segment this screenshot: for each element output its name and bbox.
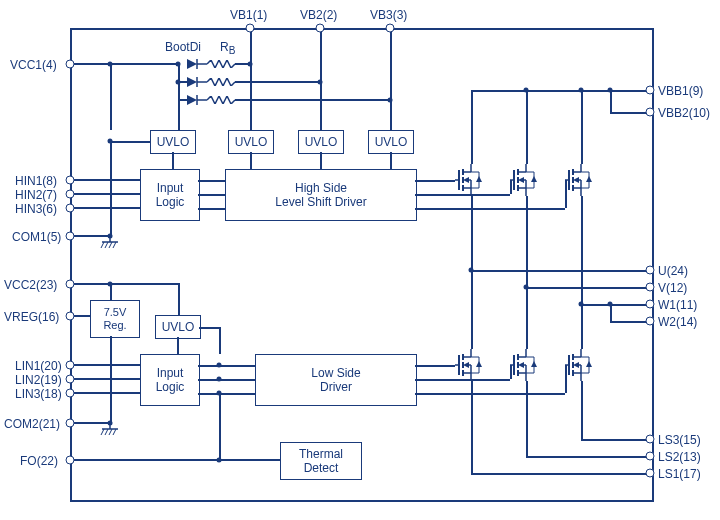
- input-logic-block: Input Logic: [140, 354, 200, 406]
- svg-marker-114: [586, 361, 592, 367]
- pin-u-label: U(24): [658, 264, 688, 278]
- rb-b: B: [229, 45, 236, 56]
- regulator-block: 7.5V Reg.: [90, 300, 140, 338]
- wire: [74, 179, 140, 181]
- svg-line-12: [105, 242, 108, 248]
- wire: [390, 32, 392, 130]
- wire: [74, 193, 140, 195]
- bootdi-label: BootDi: [165, 40, 201, 54]
- wire: [110, 63, 112, 130]
- wire: [581, 439, 646, 441]
- wire: [471, 270, 646, 272]
- wire: [198, 365, 255, 367]
- wire: [198, 393, 255, 395]
- pin-ls1-port: [646, 469, 655, 478]
- pin-vcc2-label: VCC2(23): [4, 278, 57, 292]
- wire: [526, 287, 528, 349]
- input-logic-block: Input Logic: [140, 169, 200, 221]
- wire: [415, 365, 455, 367]
- wire: [610, 90, 612, 112]
- diode-icon: [185, 94, 207, 106]
- svg-line-66: [105, 429, 108, 435]
- pin-vbb1-port: [646, 86, 655, 95]
- wire: [415, 180, 455, 182]
- wire: [471, 90, 473, 164]
- resistor-icon: [207, 78, 235, 86]
- node-dot: [524, 88, 529, 93]
- pin-hin2-label: HIN2(7): [15, 188, 57, 202]
- svg-marker-28: [476, 176, 482, 182]
- svg-line-68: [113, 429, 116, 435]
- pin-hin3-label: HIN3(6): [15, 202, 57, 216]
- wire: [581, 381, 583, 439]
- wire: [610, 321, 646, 323]
- wire: [178, 63, 180, 130]
- diode-icon: [185, 76, 207, 88]
- node-dot: [248, 62, 253, 67]
- svg-line-65: [101, 429, 104, 435]
- rb-r: R: [220, 40, 229, 54]
- svg-marker-3: [187, 77, 197, 87]
- wire: [219, 459, 280, 461]
- wire: [198, 180, 225, 182]
- mosfet-icon: [455, 164, 487, 196]
- wire: [471, 473, 646, 475]
- svg-marker-6: [187, 95, 197, 105]
- node-dot: [579, 88, 584, 93]
- wire: [74, 283, 110, 285]
- pin-com1-label: COM1(5): [12, 230, 61, 244]
- pin-w2-label: W2(14): [658, 315, 697, 329]
- node-dot: [108, 62, 113, 67]
- pin-ls2-label: LS2(13): [658, 450, 701, 464]
- wire: [415, 393, 565, 395]
- wire: [526, 196, 528, 287]
- pin-vbb2-port: [646, 108, 655, 117]
- node-dot: [388, 98, 393, 103]
- wire: [415, 208, 565, 210]
- wire: [390, 152, 392, 169]
- wire: [581, 304, 583, 349]
- wire: [526, 287, 646, 289]
- node-dot: [318, 80, 323, 85]
- pin-ls2-port: [646, 452, 655, 461]
- svg-line-13: [109, 242, 112, 248]
- wire: [581, 90, 583, 164]
- wire: [110, 283, 178, 285]
- wire: [250, 152, 252, 169]
- node-dot: [217, 377, 222, 382]
- wire: [471, 196, 473, 270]
- svg-marker-60: [586, 176, 592, 182]
- uvlo-block: UVLO: [298, 130, 344, 154]
- svg-marker-0: [187, 59, 197, 69]
- pin-v-label: V(12): [658, 281, 687, 295]
- wire: [320, 152, 322, 169]
- pin-vreg-label: VREG(16): [4, 310, 59, 324]
- node-dot: [608, 88, 613, 93]
- wire: [581, 304, 646, 306]
- pin-w1-label: W1(11): [658, 298, 697, 312]
- svg-marker-98: [531, 361, 537, 367]
- ground-icon: [100, 236, 120, 252]
- wire: [235, 81, 320, 83]
- wire: [74, 392, 140, 394]
- pin-ls1-label: LS1(17): [658, 467, 701, 481]
- uvlo-block: UVLO: [228, 130, 274, 154]
- svg-line-11: [101, 242, 104, 248]
- pin-lin3-label: LIN3(18): [15, 387, 62, 401]
- wire: [74, 207, 140, 209]
- wire: [198, 379, 255, 381]
- wire: [471, 270, 473, 349]
- wire: [172, 152, 174, 169]
- rb-label: RB: [220, 40, 235, 56]
- wire: [235, 99, 390, 101]
- diode-icon: [185, 58, 207, 70]
- pin-com2-label: COM2(21): [4, 417, 60, 431]
- resistor-icon: [207, 60, 235, 68]
- pin-ls3-label: LS3(15): [658, 433, 701, 447]
- node-dot: [608, 302, 613, 307]
- node-dot: [217, 391, 222, 396]
- mosfet-icon: [510, 164, 542, 196]
- pin-lin2-label: LIN2(19): [15, 373, 62, 387]
- wire: [610, 304, 612, 321]
- pin-u-port: [646, 266, 655, 275]
